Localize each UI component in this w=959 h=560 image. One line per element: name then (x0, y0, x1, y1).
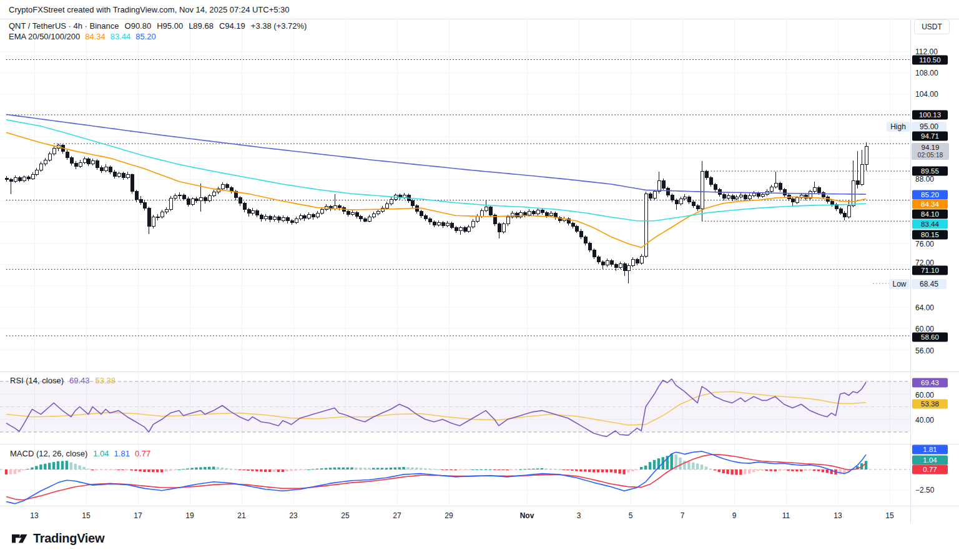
time-tick-label: 15 (885, 511, 893, 520)
tradingview-logo-icon (11, 532, 28, 546)
symbol-legend: QNT / TetherUS · 4h · Binance O90.80 H95… (9, 21, 307, 31)
time-tick-label: 29 (445, 511, 453, 520)
rsi-ma-value: 53.38 (96, 376, 116, 385)
time-tick-label: 25 (341, 511, 349, 520)
ema-legend-label[interactable]: EMA 20/50/100/200 (9, 32, 80, 41)
ema-legend-values: 84.3483.4485.20 (85, 32, 156, 41)
macd-legend-values: 1.041.810.77 (93, 449, 150, 458)
high-marker-label: High (887, 122, 910, 132)
ohlc-change: +3.38 (+3.72%) (251, 21, 307, 31)
macd-value: 0.77 (135, 449, 150, 458)
time-tick-label: 17 (134, 511, 142, 520)
time-tick-label: 21 (237, 511, 245, 520)
time-tick-label: 3 (577, 511, 581, 520)
chart-canvas[interactable] (0, 0, 959, 524)
macd-value: 1.04 (93, 449, 109, 458)
ema-value: 83.44 (111, 32, 131, 41)
time-tick-label: 13 (834, 511, 842, 520)
time-tick-label: 23 (289, 511, 297, 520)
macd-legend: MACD (12, 26, close) 1.041.810.77 (10, 449, 150, 458)
ohlc-close: C94.19 (219, 21, 245, 31)
low-marker-label: Low (889, 279, 910, 289)
currency-toggle-button[interactable]: USDT (914, 19, 950, 34)
time-axis[interactable]: 131517192123252729Nov3579111315 (0, 506, 959, 523)
tradingview-logo-text: TradingView (33, 531, 104, 546)
credit-line: CryptoFXStreet created with TradingView.… (9, 5, 290, 14)
high-marker-value: 95.00 (912, 122, 947, 132)
current-price: 94.19 (912, 143, 949, 152)
time-tick-label: 5 (629, 511, 633, 520)
time-tick-label: 11 (782, 511, 790, 520)
header-divider (0, 19, 959, 19)
macd-pane-divider[interactable] (0, 444, 959, 445)
price-axis-divider (910, 19, 911, 523)
ohlc-high: H95.00 (157, 21, 183, 31)
rsi-legend: RSI (14, close) 69.43 53.38 (10, 376, 116, 385)
symbol-title[interactable]: QNT / TetherUS · 4h · Binance (9, 21, 119, 31)
time-tick-label: Nov (520, 511, 534, 520)
time-tick-label: 9 (732, 511, 737, 520)
tradingview-chart-page: CryptoFXStreet created with TradingView.… (0, 0, 959, 560)
ohlc-open: O90.80 (125, 21, 152, 31)
time-tick-label: 27 (393, 511, 401, 520)
rsi-pane-divider[interactable] (0, 371, 959, 372)
current-price-badge: 94.19 02:05:18 (912, 143, 949, 160)
bar-countdown: 02:05:18 (912, 152, 949, 159)
time-tick-label: 13 (30, 511, 38, 520)
macd-value: 1.81 (114, 449, 130, 458)
tradingview-logo[interactable]: TradingView (11, 531, 104, 546)
ema-value: 84.34 (85, 32, 106, 41)
macd-legend-label[interactable]: MACD (12, 26, close) (10, 449, 87, 458)
time-tick-label: 19 (185, 511, 194, 520)
rsi-value: 69.43 (69, 376, 90, 385)
ohlc-low: L89.68 (189, 21, 214, 31)
low-marker-value: 68.45 (912, 279, 947, 289)
ema-value: 85.20 (135, 32, 156, 41)
time-tick-label: 7 (681, 511, 685, 520)
rsi-legend-label[interactable]: RSI (14, close) (10, 376, 64, 385)
ema-legend: EMA 20/50/100/200 84.3483.4485.20 (9, 32, 156, 41)
time-tick-label: 15 (82, 511, 90, 520)
